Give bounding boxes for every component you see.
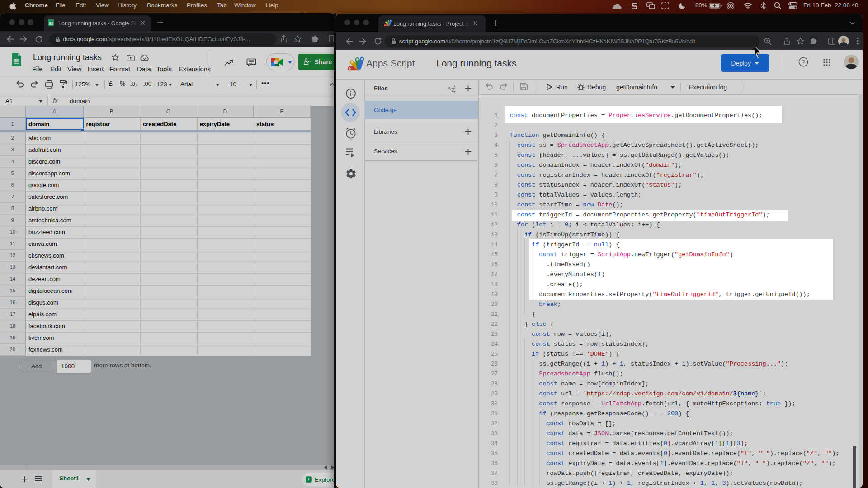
svg-text:A: A — [448, 86, 451, 91]
svg-text:?: ? — [802, 59, 805, 66]
